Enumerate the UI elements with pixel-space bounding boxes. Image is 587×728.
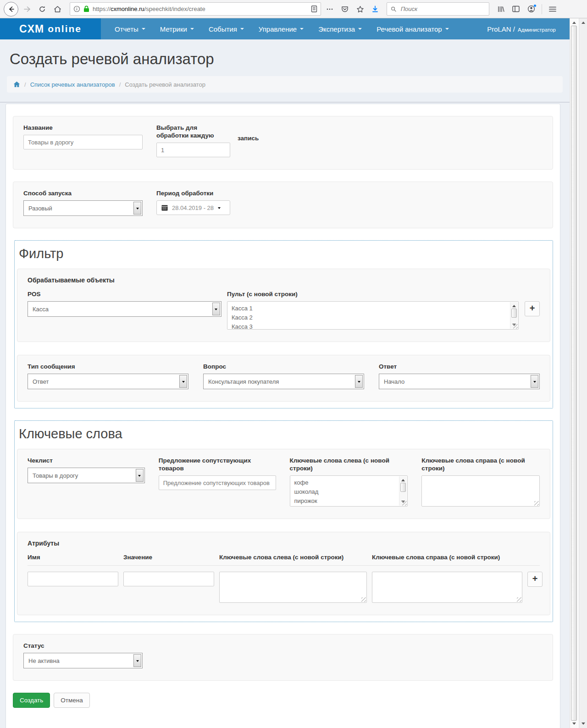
launch-label: Способ запуска — [23, 189, 143, 197]
resize-grip[interactable] — [517, 597, 521, 602]
account-button[interactable] — [525, 3, 537, 16]
resize-grip[interactable] — [402, 501, 407, 506]
breadcrumb-link[interactable]: Список речевых анализаторов — [30, 81, 115, 88]
status-select[interactable]: Не активна — [23, 653, 143, 668]
app-logo[interactable]: CXM online — [0, 18, 101, 39]
name-label: Название — [23, 124, 143, 132]
browser-home-button[interactable] — [51, 3, 64, 16]
chevron-down-icon — [358, 381, 360, 384]
menu-button[interactable] — [546, 3, 559, 16]
scroll-thumb[interactable] — [511, 309, 517, 318]
create-button[interactable]: Создать — [13, 693, 50, 708]
download-icon — [371, 6, 379, 13]
chevron-down-icon — [182, 381, 185, 384]
add-pult-button[interactable]: + — [525, 301, 540, 316]
launch-select[interactable]: Разовый — [23, 200, 143, 216]
keywords-left-label: Ключевые слова слева (с новой строки) — [290, 457, 408, 472]
forward-icon — [23, 6, 31, 13]
scroll-thumb[interactable] — [400, 483, 406, 492]
browser-back-button[interactable] — [4, 2, 18, 17]
page-scrollbar[interactable] — [570, 18, 578, 728]
select-arrow-button[interactable] — [212, 303, 220, 315]
keywords-right-textarea[interactable] — [421, 475, 540, 507]
downloads-button[interactable] — [369, 3, 382, 16]
breadcrumb: / Список речевых анализаторов / Создать … — [7, 76, 563, 93]
reader-mode-icon[interactable] — [311, 6, 317, 12]
page-actions-button[interactable] — [323, 3, 336, 16]
attr-value-label: Значение — [123, 553, 214, 561]
pos-label: POS — [28, 290, 222, 298]
pocket-button[interactable] — [338, 3, 351, 16]
browser-scrollbar[interactable] — [579, 18, 587, 728]
keywords-main-panel: Чеклист Товары в дорогу Предложение сопу… — [17, 449, 550, 519]
nav-item-events[interactable]: События — [201, 18, 251, 39]
offer-label: Предложение сопутствующих товаров — [159, 457, 276, 472]
attr-value-input[interactable] — [123, 572, 214, 586]
answer-select[interactable]: Начало — [379, 374, 540, 389]
scroll-up-arrow[interactable] — [581, 20, 585, 24]
scroll-thumb[interactable] — [571, 26, 577, 721]
url-domain: cxmonline.ru — [111, 6, 144, 12]
library-button[interactable] — [494, 3, 507, 16]
nav-item-metrics[interactable]: Метрики — [153, 18, 201, 39]
select-arrow-button[interactable] — [133, 202, 141, 215]
sidebar-button[interactable] — [509, 3, 522, 16]
name-input[interactable] — [23, 135, 143, 149]
nav-item-expertise[interactable]: Экспертиза — [311, 18, 369, 39]
user-menu[interactable]: ProLAN / Администратор — [487, 25, 570, 33]
bookmark-star-button[interactable] — [354, 3, 366, 16]
cancel-button[interactable]: Отмена — [54, 693, 89, 708]
attr-keywords-left-textarea[interactable] — [219, 572, 367, 603]
main-menu: Отчеты Метрики События Управление Экспер… — [101, 18, 570, 39]
nav-item-speech-analyzer[interactable]: Речевой анализатор — [369, 18, 456, 39]
keywords-left-textarea[interactable]: кофе шоколад пирожок — [290, 475, 408, 507]
select-arrow-button[interactable] — [133, 654, 141, 667]
url-bar[interactable]: https://cxmonline.ru/speechkit/index/cre… — [70, 2, 321, 16]
info-icon[interactable] — [73, 6, 80, 12]
search-input[interactable] — [400, 5, 485, 13]
scroll-up-arrow[interactable] — [512, 303, 516, 307]
batch-input[interactable] — [156, 143, 230, 157]
url-path: /speechkit/index/create — [144, 6, 205, 12]
resize-grip[interactable] — [513, 324, 518, 329]
select-arrow-button[interactable] — [355, 375, 363, 388]
attr-keywords-right-textarea[interactable] — [372, 572, 522, 603]
attr-name-label: Имя — [28, 553, 118, 561]
home-icon — [54, 6, 61, 13]
panel-general: Название Выбрать для обработки каждую за… — [13, 116, 553, 170]
pos-select[interactable]: Касса — [28, 301, 222, 317]
select-arrow-button[interactable] — [179, 375, 187, 388]
select-arrow-button[interactable] — [136, 469, 144, 482]
browser-forward-button[interactable] — [21, 3, 33, 16]
filter-objects-panel: Обрабатываемые объекты POS Касса Пульт (… — [17, 269, 550, 342]
scroll-down-arrow[interactable] — [581, 722, 585, 727]
pult-textarea[interactable]: Касса 1 Касса 2 Касса 3 — [227, 301, 519, 330]
resize-grip[interactable] — [361, 597, 366, 602]
attr-name-input[interactable] — [28, 572, 118, 586]
scroll-up-arrow[interactable] — [572, 20, 576, 24]
search-bar[interactable] — [387, 2, 489, 16]
offer-input[interactable] — [159, 475, 276, 490]
scroll-up-arrow[interactable] — [401, 477, 405, 481]
daterange-button[interactable]: 28.04.2019 - 28 — [156, 200, 230, 215]
home-icon[interactable] — [13, 81, 20, 88]
nav-item-label: Экспертиза — [318, 25, 355, 33]
breadcrumb-current: Создать речевой анализатор — [125, 81, 205, 88]
batch-suffix: запись — [238, 135, 259, 142]
launch-select-value: Разовый — [28, 205, 52, 212]
nav-item-management[interactable]: Управление — [251, 18, 311, 39]
add-attribute-button[interactable]: + — [527, 572, 543, 587]
resize-grip[interactable] — [534, 501, 539, 506]
nav-item-reports[interactable]: Отчеты — [107, 18, 153, 39]
checklist-select[interactable]: Товары в дорогу — [28, 468, 145, 483]
url-scheme: https:// — [93, 6, 111, 12]
search-icon — [391, 6, 397, 12]
browser-reload-button[interactable] — [36, 3, 49, 16]
answer-value: Начало — [384, 378, 404, 385]
scroll-down-arrow[interactable] — [572, 722, 576, 727]
select-arrow-button[interactable] — [531, 375, 538, 388]
message-type-select[interactable]: Ответ — [28, 374, 188, 389]
form-actions: Создать Отмена — [13, 693, 553, 708]
question-select[interactable]: Консультация покупателя — [203, 374, 364, 389]
notification-dot — [533, 4, 537, 7]
